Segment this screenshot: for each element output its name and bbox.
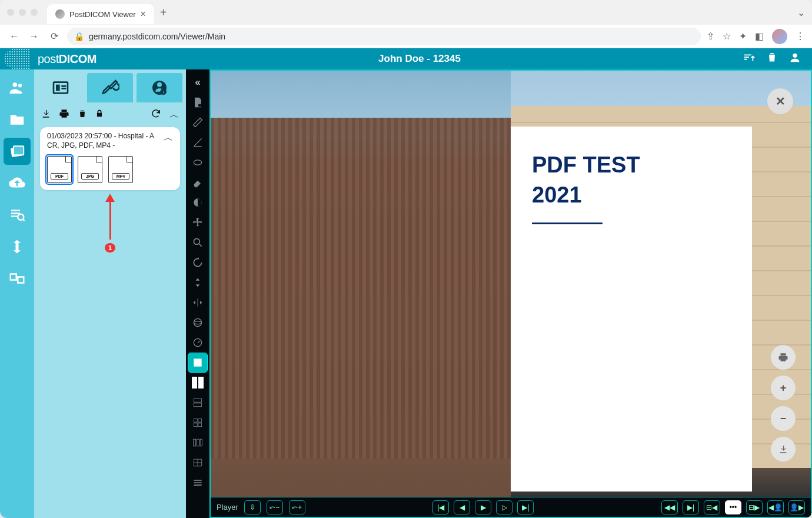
sidebar: ! ︿ 01/03/2023 20:57:00 - Hospital - A C… (34, 69, 186, 518)
tool-ellipse[interactable] (188, 153, 207, 172)
refresh-icon[interactable] (151, 108, 161, 121)
thumb-pdf[interactable]: PDF (47, 156, 72, 183)
share-icon[interactable]: ⇪ (707, 31, 714, 42)
close-viewer-button[interactable]: ✕ (767, 88, 793, 114)
player-grid-in[interactable]: ⊟◀ (704, 500, 720, 514)
thumb-jpg[interactable]: JPG (78, 156, 102, 183)
print-icon[interactable] (59, 108, 69, 121)
panel-icon[interactable]: ◧ (755, 31, 764, 42)
back-button[interactable]: ← (7, 29, 21, 44)
tool-document[interactable] (188, 93, 207, 112)
rail-images[interactable] (4, 138, 31, 165)
player-speed-down[interactable]: ⇩ (244, 500, 261, 514)
player-rewind[interactable]: ◀◀ (661, 500, 678, 514)
rail-patients[interactable] (4, 74, 31, 101)
tool-zoom[interactable] (188, 233, 207, 252)
player-play[interactable]: ▶ (475, 500, 491, 514)
traffic-min[interactable] (19, 9, 26, 16)
window-controls (7, 9, 38, 16)
svg-rect-27 (198, 423, 202, 427)
viewer-canvas[interactable]: PDF TEST2021 ✕ + − (211, 71, 811, 497)
user-icon[interactable] (788, 51, 801, 67)
reload-button[interactable]: ⟳ (47, 29, 61, 44)
tool-angle[interactable] (188, 133, 207, 152)
player-dec[interactable]: ⤺− (267, 500, 283, 514)
svg-point-17 (194, 238, 199, 244)
sidetab-info[interactable]: ! (137, 73, 182, 102)
rail-compare[interactable] (4, 265, 31, 292)
player-last[interactable]: ▶| (517, 500, 534, 514)
rail-sync[interactable] (4, 233, 31, 260)
brand: postDICOM (38, 52, 96, 66)
tool-3d[interactable] (188, 313, 207, 332)
tool-windowing[interactable] (188, 193, 207, 212)
tool-eraser[interactable] (188, 173, 207, 192)
tab-title: PostDICOM Viewer (69, 10, 135, 19)
menu-icon[interactable]: ⋮ (796, 31, 805, 42)
delete-icon[interactable] (78, 109, 87, 121)
annotation-badge: 1 (105, 243, 115, 253)
player-user-next[interactable]: 👤▶ (788, 500, 805, 514)
tool-measure[interactable] (188, 113, 207, 132)
fab-print[interactable] (771, 345, 796, 370)
url-text: germany.postdicom.com/Viewer/Main (89, 32, 225, 41)
rail-upload[interactable] (4, 170, 31, 197)
new-tab-button[interactable]: + (160, 6, 167, 19)
download-icon[interactable] (41, 109, 51, 121)
tool-layout-3col[interactable] (188, 433, 207, 452)
tab-overflow-icon[interactable]: ⌄ (797, 7, 805, 18)
trash-icon[interactable] (766, 51, 778, 67)
tool-layout-1[interactable] (188, 353, 207, 372)
sidetab-series[interactable] (38, 73, 84, 102)
player-more[interactable]: ••• (725, 500, 741, 514)
traffic-close[interactable] (7, 9, 14, 16)
profile-avatar[interactable] (772, 29, 787, 44)
svg-rect-7 (18, 277, 24, 283)
annotation-arrow: 1 (106, 194, 114, 253)
svg-rect-22 (194, 399, 201, 402)
fab-zoom-in[interactable]: + (771, 376, 796, 400)
rail-folders[interactable] (4, 106, 31, 133)
browser-tab[interactable]: PostDICOM Viewer × (47, 4, 154, 24)
tool-flip-v[interactable] (188, 273, 207, 292)
svg-point-5 (18, 214, 24, 220)
url-field[interactable]: 🔒 germany.postdicom.com/Viewer/Main (67, 28, 701, 45)
tool-pan[interactable] (188, 213, 207, 232)
logo-icon (0, 48, 34, 69)
rail-worklist[interactable] (4, 201, 31, 228)
collapse-icon[interactable]: ︿ (169, 109, 179, 121)
sidetab-tools[interactable] (87, 73, 133, 102)
collapse-panel-icon[interactable]: « (188, 73, 207, 92)
tool-hamburger[interactable] (188, 473, 207, 492)
tool-layout-grid[interactable] (188, 413, 207, 432)
tool-layout-6[interactable] (188, 453, 207, 472)
study-collapse-icon[interactable]: ︿ (164, 132, 173, 144)
tool-cine[interactable] (188, 333, 207, 352)
close-tab-icon[interactable]: × (140, 9, 145, 19)
viewer: PDF TEST2021 ✕ + − Player ⇩ ⤺− ⤺+ (209, 69, 812, 518)
fab-download[interactable] (771, 437, 796, 461)
tool-layout-2[interactable] (188, 373, 207, 392)
tool-rotate[interactable] (188, 253, 207, 272)
traffic-max[interactable] (31, 9, 38, 16)
svg-point-0 (793, 54, 797, 58)
player-grid-out[interactable]: ⊟▶ (746, 500, 763, 514)
player-inc[interactable]: ⤺+ (289, 500, 305, 514)
player-first[interactable]: |◀ (432, 500, 449, 514)
tool-layout-1x2[interactable] (188, 393, 207, 412)
svg-point-11 (157, 82, 162, 87)
forward-button[interactable]: → (27, 29, 41, 44)
thumb-mp4[interactable]: MP4 (108, 156, 133, 183)
tool-flip-h[interactable] (188, 293, 207, 312)
lock-icon[interactable] (95, 109, 104, 121)
fab-zoom-out[interactable]: − (771, 406, 796, 431)
svg-rect-9 (56, 85, 60, 91)
sort-icon[interactable] (743, 51, 756, 67)
player-user-prev[interactable]: ◀👤 (767, 500, 784, 514)
player-next[interactable]: ▷ (496, 500, 513, 514)
player-prev[interactable]: ◀ (454, 500, 470, 514)
bookmark-icon[interactable]: ☆ (723, 31, 731, 42)
extensions-icon[interactable]: ✦ (739, 31, 747, 42)
tool-strip: « (186, 69, 209, 518)
player-step[interactable]: ▶| (683, 500, 699, 514)
